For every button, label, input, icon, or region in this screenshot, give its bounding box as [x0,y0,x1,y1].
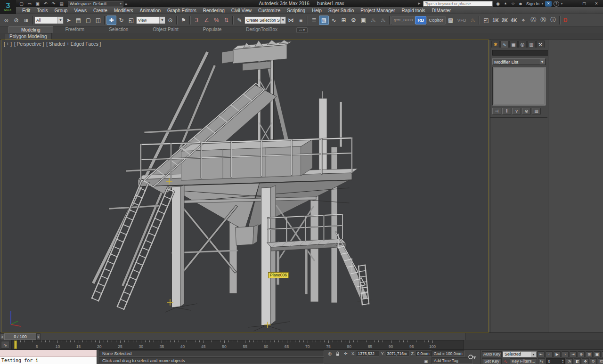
show-end-result-button[interactable]: ‖ [502,108,511,114]
use-pivot-center-icon[interactable]: ⊙ [165,16,175,25]
remove-modifier-button[interactable]: ⊗ [522,108,531,114]
a360-icon[interactable]: ✕ [545,1,552,7]
render-setup-icon[interactable]: ⚙ [349,16,359,25]
current-frame-caret[interactable] [14,340,17,349]
listener-macro-row[interactable] [0,350,97,357]
render-iterative-icon[interactable]: ♨ [378,16,388,25]
maxscript-mini-listener[interactable]: Testing for i [0,350,97,364]
y-coordinate-field[interactable]: 3071,716m [386,351,409,356]
rb-button[interactable]: RB [415,16,426,24]
current-frame-field[interactable]: 0▲▼ [546,358,565,364]
previous-frame-button[interactable]: ‹ [546,351,553,357]
save-file-icon[interactable]: ▣ [34,1,41,7]
select-and-manipulate-icon[interactable]: ⚑ [179,16,188,25]
schematic-view-icon[interactable]: ⊞ [339,16,349,25]
selection-lock-icon[interactable] [334,351,342,357]
make-unique-button[interactable]: ∨ [512,108,521,114]
set-key-button[interactable]: Set Key [482,358,502,364]
ribbon-panel-polygon-modeling[interactable]: Polygon Modeling [5,33,52,40]
frame-spinner[interactable]: ▲▼ [562,359,564,364]
x-coordinate-field[interactable]: 1375,532 [357,351,379,356]
minimize-ribbon-button[interactable]: ▭ ▾ [296,27,308,33]
object-name-field[interactable] [492,50,550,56]
auto-key-button[interactable]: Auto Key [482,351,502,357]
next-frame-arrow[interactable]: > [36,333,41,340]
select-and-rotate-icon[interactable]: ↻ [116,16,126,25]
render-production-icon[interactable]: ♨ [368,16,378,25]
menu-create[interactable]: Create [90,7,111,14]
debug-button[interactable]: D [562,16,570,24]
search-input[interactable] [423,1,493,7]
minimize-button[interactable]: – [569,1,575,6]
scene-explorer-icon[interactable]: ▧ [319,16,329,25]
menu-civil-view[interactable]: Civil View [228,7,255,14]
modifier-list-dropdown[interactable]: Modifier List ▼ [492,58,546,65]
sign-in-person-icon[interactable]: ☻ [517,1,524,7]
help-caret-icon[interactable]: ▾ [561,2,562,5]
select-and-link-icon[interactable]: ∞ [1,16,11,25]
tab-modify[interactable]: ∿ [500,40,509,48]
menu-rendering[interactable]: Rendering [200,7,228,14]
select-and-move-icon[interactable]: ✚ [106,16,116,25]
mini-curve-editor-button[interactable]: ∿ [1,341,9,348]
help-icon[interactable]: ? [554,1,559,7]
menu-group[interactable]: Group [51,7,71,14]
select-region-icon[interactable]: ⌖ [519,16,529,25]
teapot-script-icon[interactable]: ♨ [468,16,478,25]
ribbon-tab-object-paint[interactable]: Object Paint [140,26,190,33]
absolute-mode-icon[interactable]: ✛ [342,351,350,357]
zoom-all-icon[interactable]: ⊞ [586,351,593,357]
bunker-model[interactable] [92,40,371,331]
zoom-icon[interactable]: ⊕ [578,351,585,357]
ribbon-tab-modeling[interactable]: Modeling [8,26,53,33]
ribbon-tab-freeform[interactable]: Freeform [53,26,97,33]
configure-modifier-sets-button[interactable]: ▥ [532,108,541,114]
track-bar-ruler[interactable]: 5101520253035404550556065707580859095100 [11,340,464,349]
key-filters-button[interactable]: Key Filters... [510,358,537,364]
mirror-icon[interactable]: ⋈ [286,16,296,25]
app-logo[interactable]: Ӡ MAX [0,0,16,14]
menu-help[interactable]: Help [309,7,325,14]
circled-s-icon[interactable]: Ⓢ [538,16,548,25]
reference-coordinate-dropdown[interactable]: View▼ [136,16,165,24]
open-file-icon[interactable]: ▭ [26,1,33,7]
selection-filter-dropdown[interactable]: All▼ [34,16,64,24]
maximize-button[interactable]: □ [581,1,587,6]
ribbon-tab-populate[interactable]: Populate [191,26,234,33]
workspace-menu-icon[interactable]: ≡ [125,1,127,6]
viewport-shading-menu[interactable]: [ Shaded + Edged Faces ] [46,41,101,47]
project-folder-icon[interactable]: ▤ [58,1,65,7]
go-to-end-button[interactable]: ⇥ [570,351,577,357]
pan-icon[interactable]: ❖ [582,358,589,364]
new-scene-icon[interactable]: ▢ [18,1,25,7]
res-4k-button[interactable]: 4K [509,16,518,24]
menu-views[interactable]: Views [71,7,90,14]
menu-edit[interactable]: Edit [19,7,33,14]
selection-set-dropdown[interactable]: Selected ▾ [503,351,537,357]
select-object-icon[interactable]: ➤ [64,16,73,25]
circled-a-icon[interactable]: Ⓐ [529,16,538,25]
relink-bitmaps-icon[interactable]: ▩ [446,16,456,25]
rectangular-selection-icon[interactable]: ▢ [83,16,93,25]
named-sets-dropdown[interactable]: Create Selection Se▼ [244,16,286,24]
safe-frames-icon[interactable]: ◰ [481,16,491,25]
window-crossing-icon[interactable]: ◫ [93,16,103,25]
edit-named-sets-icon[interactable]: ✎ [235,16,244,25]
tab-display[interactable]: ▥ [527,40,536,48]
res-2k-button[interactable]: 2K [500,16,509,24]
viewport-pov-menu[interactable]: [ Perspective ] [14,41,44,47]
rendered-frame-icon[interactable]: ▣ [359,16,368,25]
curve-editor-icon[interactable]: ∿ [329,16,339,25]
undo-icon[interactable]: ↶ [42,1,49,7]
select-and-scale-icon[interactable]: ◱ [126,16,136,25]
script-button[interactable]: g:reF_BCOD [391,16,415,24]
listener-text[interactable]: Testing for i [0,357,97,364]
search-expand-icon[interactable]: ► [417,1,421,6]
sign-in-caret-icon[interactable]: ▾ [542,2,543,5]
search-find-icon[interactable]: ◉ [495,1,501,7]
sign-in-button[interactable]: Sign In [526,1,539,6]
tab-motion[interactable]: ◎ [518,40,527,48]
vfb-button[interactable]: VFB [456,16,468,24]
time-slider-track[interactable]: < 0 / 100 > [0,333,465,340]
layer-explorer-icon[interactable]: ≣ [309,16,319,25]
